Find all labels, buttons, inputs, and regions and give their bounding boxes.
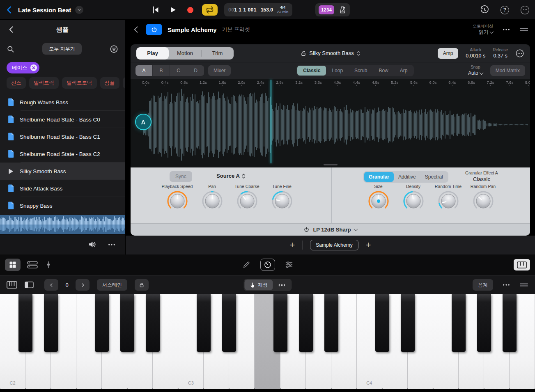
plugin-preset-name[interactable]: 기본 프리셋 (222, 26, 250, 33)
resize-handle[interactable] (324, 164, 338, 165)
pads-view-button[interactable] (5, 259, 21, 271)
project-title[interactable]: Late Session Beat (18, 7, 71, 14)
synthesis-tab-additive[interactable]: Additive (394, 172, 420, 182)
remove-tag-icon[interactable] (30, 64, 37, 71)
mode-tab-arp[interactable]: Arp (394, 66, 413, 76)
sliders-icon[interactable] (285, 261, 293, 269)
category-chip[interactable]: 신스 (7, 77, 26, 89)
sample-row[interactable]: Shelburne Road State - Bass C2 (0, 145, 125, 163)
filter-power-icon[interactable] (303, 227, 310, 233)
granular-effect[interactable]: Granular Effect A Classic (455, 170, 508, 183)
knob-dial[interactable] (201, 190, 223, 212)
mode-tab-loop[interactable]: Loop (326, 66, 349, 76)
source-a-marker[interactable]: A (135, 114, 152, 130)
count-in-button[interactable]: 1234 (319, 5, 334, 14)
sample-row[interactable]: Rough Waves Bass (0, 94, 125, 111)
play-mode-button[interactable]: 재생 (244, 280, 273, 290)
filter-tag-bass[interactable]: 베이스 (7, 62, 39, 73)
sample-row[interactable]: Shelburne Road State - Bass C0 (0, 111, 125, 128)
category-chip[interactable]: 심플 (100, 77, 119, 89)
knob-random-pan[interactable]: Random Pan (466, 184, 501, 212)
synthesis-tab-spectral[interactable]: Spectral (420, 172, 448, 182)
metronome-icon[interactable] (338, 6, 347, 14)
black-key[interactable] (503, 294, 517, 352)
keyboard-more-icon[interactable] (502, 281, 510, 289)
black-key[interactable] (273, 294, 287, 352)
knob-pan[interactable]: Pan (195, 184, 230, 212)
attack-control[interactable]: Attack 0.0010 s (466, 47, 485, 59)
more-options-icon[interactable] (521, 6, 529, 14)
mixer-button[interactable]: Mixer (208, 65, 231, 76)
knob-dial[interactable] (472, 190, 494, 212)
knob-random-time[interactable]: Random Time (431, 184, 466, 212)
lock-icon[interactable] (135, 279, 149, 291)
knob-size[interactable]: Size (361, 184, 396, 212)
cycle-button[interactable] (202, 4, 218, 16)
search-icon[interactable] (7, 45, 14, 53)
black-key[interactable] (120, 294, 134, 352)
go-to-beginning-button[interactable] (150, 5, 161, 15)
mode-tab-classic[interactable]: Classic (297, 66, 326, 76)
category-chip[interactable]: 일렉트로닉 (62, 77, 97, 89)
view-tab-trim[interactable]: Trim (201, 47, 234, 60)
browser-more-icon[interactable] (108, 241, 116, 249)
knob-dial[interactable] (437, 190, 459, 212)
add-plugin-button[interactable]: + (289, 241, 295, 250)
knob-density[interactable]: Density (396, 184, 431, 212)
octave-down-button[interactable] (44, 279, 58, 291)
sustain-button[interactable]: 서스테인 (97, 279, 127, 291)
drag-handle-icon[interactable] (519, 283, 528, 287)
automation-control[interactable]: 오토메이션 읽기 (473, 24, 493, 35)
black-key[interactable] (375, 294, 389, 352)
source-tab-b[interactable]: B (153, 65, 170, 76)
scale-button[interactable]: 음계 (473, 279, 493, 291)
category-chip[interactable]: 침체된 (123, 77, 125, 89)
help-icon[interactable]: ? (501, 6, 509, 14)
black-key[interactable] (44, 294, 58, 352)
knob-tune-fine[interactable]: Tune Fine (264, 184, 299, 212)
sample-row[interactable]: Snappy Bass (0, 197, 125, 214)
knob-dial[interactable] (236, 190, 258, 212)
sample-row[interactable]: Shelburne Road State - Bass C1 (0, 128, 125, 145)
sync-button[interactable]: Sync (170, 171, 192, 182)
loaded-sample-control[interactable]: Silky Smooth Bass (300, 50, 360, 57)
filter-name[interactable]: LP 12dB Sharp (313, 227, 351, 233)
sample-row-selected[interactable]: Silky Smooth Bass (0, 163, 125, 180)
playhead[interactable] (271, 80, 272, 163)
source-select[interactable]: Source A (216, 173, 246, 179)
release-control[interactable]: Release 0.37 s (493, 47, 508, 59)
snap-control[interactable]: Snap Auto (468, 65, 483, 76)
sample-preview-waveform[interactable] (0, 215, 125, 234)
waveform-display[interactable]: 0.0s0.4s0.8s1.2s1.6s2.0s2.4s2.8s3.2s3.6s… (131, 79, 530, 167)
more-circle-icon[interactable] (515, 49, 524, 58)
volume-icon[interactable] (87, 240, 97, 249)
undo-history-icon[interactable] (480, 5, 489, 14)
play-button[interactable] (168, 5, 178, 15)
split-panel-icon[interactable] (25, 281, 34, 289)
waveform-canvas[interactable] (131, 79, 530, 167)
plugin-more-icon[interactable] (502, 25, 510, 34)
black-key[interactable] (324, 294, 338, 352)
category-chip[interactable]: 일렉트릭 (29, 77, 59, 89)
record-button[interactable] (185, 5, 195, 15)
knob-dial[interactable] (402, 190, 425, 212)
pencil-icon[interactable] (242, 261, 250, 269)
mode-tab-bow[interactable]: Bow (373, 66, 394, 76)
source-tab-c[interactable]: C (170, 65, 187, 76)
clear-all-button[interactable]: 모두 지우기 (42, 43, 81, 55)
black-key[interactable] (452, 294, 466, 352)
view-tab-motion[interactable]: Motion (169, 47, 201, 60)
keyboard-icon[interactable] (7, 281, 17, 289)
window-handle-icon[interactable] (519, 28, 528, 32)
black-key[interactable] (197, 294, 211, 352)
keyboard-view-button[interactable] (514, 259, 530, 271)
knob-dial[interactable] (271, 190, 293, 212)
knob-dial[interactable] (367, 190, 390, 212)
plugin-power-button[interactable] (146, 24, 162, 35)
black-key[interactable] (222, 294, 236, 352)
octave-up-button[interactable] (76, 279, 90, 291)
view-tab-play[interactable]: Play (136, 47, 169, 60)
knob-mode-button[interactable] (260, 259, 275, 271)
source-tab-a[interactable]: A (135, 65, 152, 76)
fader-icon[interactable] (44, 260, 53, 269)
